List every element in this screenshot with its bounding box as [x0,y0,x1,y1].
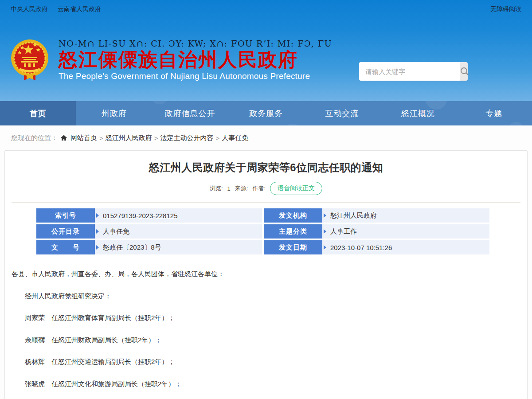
info-row-issuing-agency: 发文机构 怒江州人民政府 [264,208,489,223]
body-paragraph-appointment-4: 张晓虎 任怒江州文化和旅游局副局长（挂职2年）； [12,380,520,388]
body-paragraph-salutation: 各县、市人民政府，州直各委、办、局，各人民团体，省驻怒江各单位： [12,270,520,278]
site-title-english: The People's Government of Nujiang Lisu … [59,71,332,81]
nav-item-special-topics[interactable]: 专题 [456,101,532,125]
body-paragraph-appointment-2: 余顺礴 任怒江州财政局副局长（挂职2年）； [12,336,520,344]
label-arrow-icon [96,213,99,218]
info-value: 人事任免 [95,224,262,239]
article-card: 怒江州人民政府关于周家荣等6位同志任职的通知 浏览: 1 来源: 作者: 语音阅… [4,150,528,399]
breadcrumb-separator: > [154,134,158,142]
search-input[interactable] [359,62,460,81]
info-row-public-directory: 公开目录 人事任免 [36,224,262,239]
source-label: 来源: [235,184,248,192]
site-title-block[interactable]: NO-M∩ LI-SU X∩: CI. ƆY: KW; X∩: FOU RʼI:… [59,39,332,81]
article-meta: 浏览: 1 来源: 作者: 语音阅读正文 [12,182,520,203]
info-row-issue-date: 发文日期 2023-10-07 10:51:26 [264,240,489,254]
info-row-document-number: 文 号 怒政任〔2023〕8号 [36,240,262,254]
breadcrumb-disclosure[interactable]: 法定主动公开内容 [160,134,214,142]
info-label: 文 号 [36,240,95,254]
nav-item-gov-services[interactable]: 政务服务 [228,101,304,125]
article-body: 各县、市人民政府，州直各委、办、局，各人民团体，省驻怒江各单位： 经州人民政府党… [12,254,520,399]
info-value: 怒江州人民政府 [322,208,489,223]
document-info-table: 索引号 015279139-2023-228125 发文机构 怒江州人民政府 公… [36,208,489,254]
info-label: 公开目录 [36,224,95,239]
top-link-bar: 中央人民政府 云南省人民政府 无障碍阅读 [0,0,532,19]
site-header: 中央人民政府 云南省人民政府 无障碍阅读 [0,0,532,101]
lisu-script-title: NO-M∩ LI-SU X∩: CI. ƆY: KW; X∩: FOU RʼI:… [59,39,332,48]
info-value: 人事工作 [322,224,489,239]
breadcrumb-prefix: 您现在的位置： [11,134,58,142]
national-emblem-logo[interactable] [11,37,49,83]
breadcrumb-prefecture-gov[interactable]: 怒江州人民政府 [106,134,152,142]
info-row-index-number: 索引号 015279139-2023-228125 [36,208,262,223]
label-arrow-icon [324,229,326,234]
label-arrow-icon [324,245,326,250]
search-icon [460,66,468,76]
info-value: 2023-10-07 10:51:26 [322,240,489,254]
nav-item-home[interactable]: 首页 [0,101,76,125]
info-label: 发文日期 [264,240,322,254]
central-gov-link[interactable]: 中央人民政府 [11,5,48,13]
main-nav: 首页 州政府 政府信息公开 政务服务 互动交流 怒江概况 专题 [0,101,532,125]
text-to-speech-button[interactable]: 语音阅读正文 [270,182,322,195]
site-title: 怒江傈僳族自治州人民政府 [59,49,332,70]
site-banner: NO-M∩ LI-SU X∩: CI. ƆY: KW; X∩: FOU RʼI:… [0,19,532,101]
breadcrumb-separator: > [216,134,220,142]
body-paragraph-appointment-1: 周家荣 任怒江州教育体育局副局长（挂职2年）； [12,314,520,322]
views-count: 1 [227,185,231,192]
search-button[interactable] [460,62,468,81]
article-title: 怒江州人民政府关于周家荣等6位同志任职的通知 [12,160,520,175]
home-icon [60,134,67,141]
info-label: 索引号 [36,208,95,223]
breadcrumb-home[interactable]: 网站首页 [70,134,97,142]
views-label: 浏览: [210,184,223,192]
info-label: 发文机构 [264,208,322,223]
info-value: 015279139-2023-228125 [95,208,262,223]
nav-item-prefecture-gov[interactable]: 州政府 [76,101,152,125]
nav-item-interaction[interactable]: 互动交流 [304,101,380,125]
nav-item-nujiang-overview[interactable]: 怒江概况 [380,101,456,125]
label-arrow-icon [96,245,99,250]
nav-item-info-disclosure[interactable]: 政府信息公开 [152,101,228,125]
label-arrow-icon [96,229,99,234]
accessibility-link[interactable]: 无障碍阅读 [490,5,521,13]
site-search [359,62,468,81]
label-arrow-icon [324,213,326,218]
body-paragraph-appointment-3: 杨林辉 任怒江州交通运输局副局长（挂职2年）； [12,358,520,366]
breadcrumb-personnel[interactable]: 人事任免 [222,134,248,142]
national-emblem-icon [11,37,49,83]
info-value: 怒政任〔2023〕8号 [95,240,262,254]
info-row-topic-category: 主题分类 人事工作 [264,224,489,239]
breadcrumb: 您现在的位置： 网站首页 > 怒江州人民政府 > 法定主动公开内容 > 人事任免 [0,125,532,150]
breadcrumb-separator: > [99,134,103,142]
body-paragraph-decision: 经州人民政府党组研究决定： [12,293,520,300]
author-label: 作者: [252,184,266,192]
yunnan-gov-link[interactable]: 云南省人民政府 [58,5,101,13]
info-label: 主题分类 [264,224,322,239]
